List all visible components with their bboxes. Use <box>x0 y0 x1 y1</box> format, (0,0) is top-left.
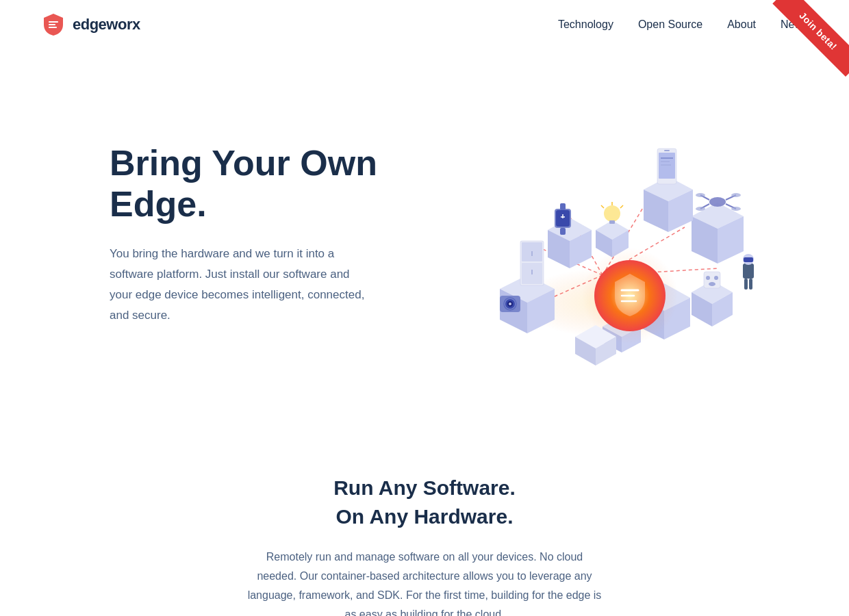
svg-point-57 <box>604 205 620 222</box>
svg-point-22 <box>709 197 726 207</box>
svg-rect-31 <box>743 264 754 279</box>
nav-about[interactable]: About <box>727 18 756 30</box>
join-beta-ribbon[interactable]: Join beta! <box>753 0 849 96</box>
svg-rect-52 <box>560 203 566 210</box>
svg-line-61 <box>620 205 623 208</box>
logo-text: edgeworx <box>73 16 140 34</box>
main-nav: edgeworx Technology Open Source About Ne… <box>0 0 849 49</box>
svg-rect-53 <box>560 228 566 235</box>
svg-point-75 <box>714 276 718 280</box>
logo-link[interactable]: edgeworx <box>41 12 140 37</box>
hero-text-block: Bring Your Own Edge. You bring the hardw… <box>110 143 411 326</box>
svg-rect-41 <box>664 150 670 151</box>
svg-point-83 <box>509 303 511 305</box>
ribbon-label[interactable]: Join beta! <box>772 0 849 77</box>
hero-title: Bring Your Own Edge. <box>110 143 411 225</box>
nav-technology[interactable]: Technology <box>558 18 613 30</box>
hero-illustration <box>411 90 794 378</box>
svg-point-29 <box>696 207 705 211</box>
hero-section: Bring Your Own Edge. You bring the hardw… <box>0 49 849 433</box>
svg-point-74 <box>706 276 710 280</box>
section-two: Run Any Software. On Any Hardware. Remot… <box>0 433 849 616</box>
svg-rect-34 <box>744 279 748 290</box>
section-two-description: Remotely run and manage software on all … <box>246 548 603 616</box>
hero-description: You bring the hardware and we turn it in… <box>110 244 370 325</box>
logo-icon <box>41 12 66 37</box>
svg-line-60 <box>601 205 604 208</box>
nav-open-source[interactable]: Open Source <box>638 18 702 30</box>
svg-point-28 <box>731 193 741 197</box>
section-two-title: Run Any Software. On Any Hardware. <box>27 474 822 531</box>
svg-point-27 <box>696 193 705 197</box>
svg-rect-33 <box>744 257 753 262</box>
svg-point-76 <box>709 282 715 286</box>
svg-point-30 <box>731 207 741 211</box>
svg-rect-35 <box>749 279 752 290</box>
isometric-svg <box>431 90 774 378</box>
svg-rect-58 <box>609 220 615 224</box>
svg-rect-40 <box>659 153 675 179</box>
